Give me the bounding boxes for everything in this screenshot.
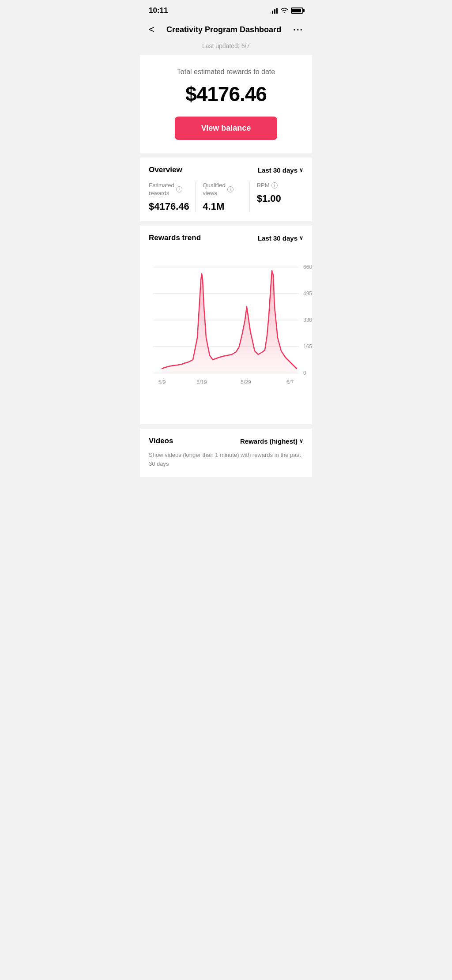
stat-estimated-rewards-label: Estimatedrewards i [149, 181, 190, 197]
overview-section: Overview Last 30 days ∨ Estimatedrewards… [140, 158, 312, 221]
stat-qualified-views-label: Qualifiedviews i [203, 181, 244, 197]
videos-title: Videos [149, 437, 173, 445]
info-icon[interactable]: i [271, 182, 278, 188]
stats-row: Estimatedrewards i $4176.46 Qualifiedvie… [149, 181, 303, 212]
rewards-card: Total estimated rewards to date $4176.46… [140, 55, 312, 153]
stat-rpm-value: $1.00 [257, 193, 298, 204]
svg-text:660: 660 [303, 264, 312, 270]
svg-text:495: 495 [303, 290, 312, 297]
svg-text:0: 0 [303, 370, 306, 376]
svg-text:6/7: 6/7 [286, 379, 294, 385]
stat-qualified-views-value: 4.1M [203, 201, 244, 212]
stat-qualified-views: Qualifiedviews i 4.1M [196, 181, 249, 212]
status-icons [270, 7, 303, 15]
svg-text:5/29: 5/29 [241, 379, 251, 385]
stat-rpm: RPM i $1.00 [250, 181, 303, 212]
svg-text:5/9: 5/9 [158, 379, 166, 385]
back-button[interactable]: < [149, 24, 154, 35]
overview-filter-button[interactable]: Last 30 days ∨ [258, 166, 303, 174]
last-updated-label: Last updated: 6/7 [140, 41, 312, 55]
signal-icon [270, 8, 278, 14]
chevron-down-icon: ∨ [299, 438, 303, 444]
more-options-button[interactable]: ··· [293, 25, 303, 35]
page-header: < Creativity Program Dashboard ··· [140, 19, 312, 41]
svg-text:330: 330 [303, 317, 312, 323]
battery-icon [291, 8, 303, 14]
stat-estimated-rewards-value: $4176.46 [149, 201, 190, 212]
page-title: Creativity Program Dashboard [154, 25, 293, 34]
info-icon[interactable]: i [227, 186, 234, 192]
overview-header: Overview Last 30 days ∨ [149, 166, 303, 174]
stat-rpm-label: RPM i [257, 181, 298, 189]
chart-container: 660 495 330 165 0 5/9 5/19 5/29 6/7 [140, 249, 312, 417]
status-bar: 10:11 [140, 0, 312, 19]
rewards-amount: $4176.46 [149, 82, 303, 106]
videos-subtitle: Show videos (longer than 1 minute) with … [149, 451, 303, 468]
rewards-card-label: Total estimated rewards to date [149, 68, 303, 76]
status-time: 10:11 [149, 6, 168, 15]
rewards-trend-filter-button[interactable]: Last 30 days ∨ [258, 234, 303, 242]
videos-header: Videos Rewards (highest) ∨ [149, 437, 303, 445]
videos-section: Videos Rewards (highest) ∨ Show videos (… [140, 429, 312, 477]
rewards-trend-title: Rewards trend [149, 234, 201, 242]
videos-filter-button[interactable]: Rewards (highest) ∨ [240, 437, 303, 445]
info-icon[interactable]: i [176, 186, 182, 192]
chevron-down-icon: ∨ [299, 235, 303, 241]
rewards-trend-header: Rewards trend Last 30 days ∨ [140, 234, 312, 242]
chevron-down-icon: ∨ [299, 167, 303, 173]
wifi-icon [280, 7, 288, 15]
svg-text:165: 165 [303, 343, 312, 350]
overview-title: Overview [149, 166, 182, 174]
rewards-trend-section: Rewards trend Last 30 days ∨ 660 495 330… [140, 226, 312, 424]
rewards-trend-chart: 660 495 330 165 0 5/9 5/19 5/29 6/7 [140, 249, 312, 417]
svg-text:5/19: 5/19 [196, 379, 207, 385]
view-balance-button[interactable]: View balance [175, 117, 278, 140]
stat-estimated-rewards: Estimatedrewards i $4176.46 [149, 181, 196, 212]
